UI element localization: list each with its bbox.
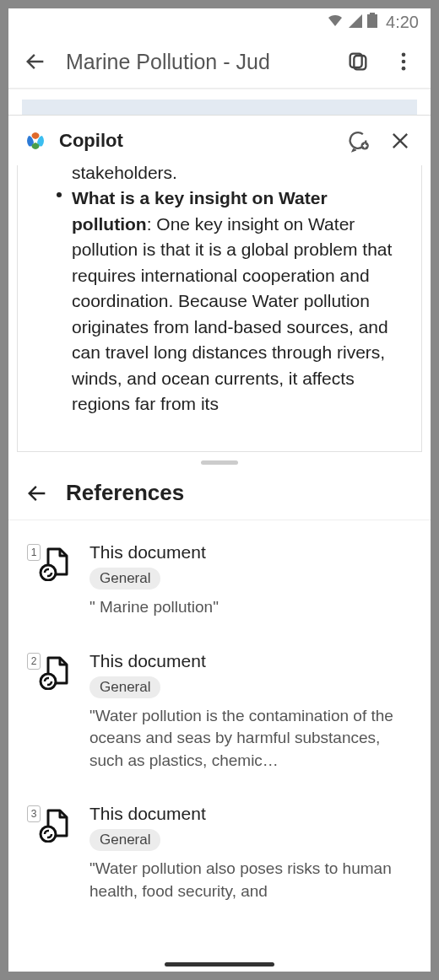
svg-point-10 — [41, 827, 56, 842]
reference-tag: General — [89, 568, 160, 590]
reference-title: This document — [89, 804, 412, 824]
wifi-icon — [327, 13, 344, 32]
app-header: Marine Pollution - Jud — [8, 35, 431, 89]
reference-item[interactable]: 1 This document General " Marine polluti… — [8, 530, 431, 639]
document-link-icon — [36, 653, 73, 690]
reference-tag: General — [89, 676, 160, 698]
reference-title: This document — [89, 542, 412, 563]
document-title: Marine Pollution - Jud — [66, 50, 328, 74]
svg-point-6 — [402, 67, 406, 71]
bullet-icon — [57, 192, 62, 197]
copilot-response-body[interactable]: stakeholders. What is a key insight on W… — [17, 165, 422, 452]
references-title: References — [66, 480, 184, 506]
references-header: References — [8, 465, 431, 520]
device-frame: 4:20 Marine Pollution - Jud Copilot — [0, 0, 439, 980]
copilot-logo-icon — [24, 129, 47, 153]
references-list: 1 This document General " Marine polluti… — [8, 530, 431, 923]
svg-point-5 — [402, 60, 406, 64]
svg-point-9 — [41, 674, 56, 689]
battery-icon — [367, 13, 377, 32]
home-indicator[interactable] — [165, 962, 274, 967]
reference-tag: General — [89, 829, 160, 851]
references-back-button[interactable] — [25, 482, 49, 505]
svg-point-4 — [402, 53, 406, 57]
response-prev-fragment: stakeholders. — [72, 165, 396, 186]
copilot-panel-header: Copilot — [8, 115, 431, 165]
copilot-panel-title: Copilot — [59, 130, 331, 152]
document-preview-stub — [8, 89, 431, 115]
back-button[interactable] — [20, 46, 51, 77]
insight-body: : One key insight on Water pollution is … — [72, 214, 392, 413]
new-chat-button[interactable] — [343, 126, 373, 156]
document-link-icon — [36, 544, 73, 581]
more-menu-button[interactable] — [388, 46, 419, 77]
copilot-header-icon[interactable] — [343, 46, 373, 77]
divider — [8, 520, 431, 520]
reference-item[interactable]: 2 This document General "Water pollution… — [8, 639, 431, 793]
cellular-icon — [349, 13, 362, 32]
document-link-icon — [36, 805, 73, 843]
clock-text: 4:20 — [386, 13, 419, 32]
status-bar: 4:20 — [8, 8, 431, 35]
svg-point-8 — [41, 565, 56, 580]
reference-title: This document — [89, 651, 412, 671]
reference-snippet: "Water pollution also poses risks to hum… — [89, 858, 412, 902]
svg-rect-0 — [367, 14, 377, 28]
reference-snippet: "Water pollution is the contamination of… — [89, 705, 412, 773]
close-button[interactable] — [385, 126, 415, 156]
svg-rect-1 — [370, 13, 375, 14]
reference-item[interactable]: 3 This document General "Water pollution… — [8, 792, 431, 923]
reference-snippet: " Marine pollution" — [89, 596, 412, 619]
